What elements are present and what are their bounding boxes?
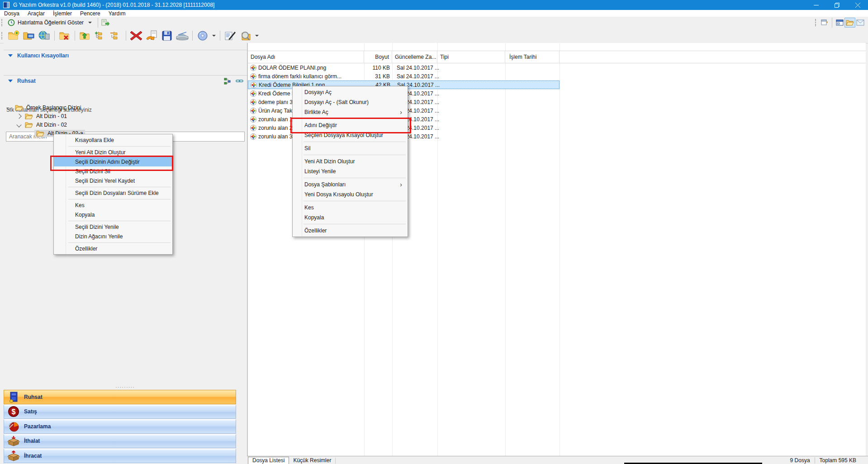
toolbar-separator (220, 31, 220, 41)
file-name: Kredi Ödeme B (258, 90, 295, 97)
menu-item-yeni-dosya-kisayolu[interactable]: Yeni Dosya Kısayolu Oluştur (293, 189, 408, 199)
disc-button[interactable] (195, 29, 210, 43)
nav-item-satis[interactable]: $ Satış (4, 405, 236, 419)
link-icon[interactable] (236, 78, 243, 84)
minimize-icon (814, 3, 819, 8)
menu-item-dizini-yenile[interactable]: Seçili Dizini Yenile (54, 222, 172, 232)
scanner-button[interactable] (175, 29, 190, 43)
minimize-button[interactable] (806, 0, 826, 10)
restore-button[interactable] (826, 0, 847, 10)
web-folder-button[interactable] (37, 29, 52, 43)
tab-thumbnails[interactable]: Küçük Resimler (289, 458, 336, 464)
column-header-updated[interactable]: Güncelleme Za... (392, 51, 437, 63)
file-updated: Sal 24.10.2017 ... (394, 73, 439, 80)
menu-item-kopyala[interactable]: Kopyala (54, 210, 172, 219)
column-header-name[interactable]: Dosya Adı (248, 51, 364, 63)
edit-document-button[interactable] (223, 29, 238, 43)
delete-button[interactable] (128, 29, 144, 43)
file-list-header: Dosya Adı Boyut Güncelleme Za... Tipi İş… (248, 51, 866, 63)
folder-computer-icon (23, 30, 35, 41)
toolbar-grip[interactable] (1, 32, 4, 39)
application-window: G Yazılım Orkestra v1.0 (build 1460) - (… (0, 0, 868, 464)
close-button[interactable] (847, 0, 868, 10)
file-row[interactable]: DOLAR ÖDEME PLANI.png 110 KB Sal 24.10.2… (248, 63, 866, 72)
column-header-type[interactable]: Tipi (437, 51, 505, 63)
shortcuts-section-header[interactable]: Kullanıcı Kısayolları (4, 50, 247, 61)
folder-view-button[interactable] (844, 18, 855, 28)
menu-yardim[interactable]: Yardım (104, 10, 130, 17)
menu-item-agaci-yenile[interactable]: Dizin Ağacını Yenile (54, 232, 172, 241)
cabinet-icon (7, 391, 20, 403)
panel-splitter-handle[interactable]: ......... (4, 383, 247, 389)
delete-x-icon (130, 30, 142, 42)
tree-item-root[interactable]: Örnek Başlangıç Dizini (7, 103, 81, 112)
restore-document-button[interactable] (144, 29, 159, 43)
add-view-button[interactable] (820, 18, 830, 27)
folder-upload-button[interactable] (77, 29, 93, 43)
menu-item-kisayollara-ekle[interactable]: Kısayollara Ekle (54, 135, 172, 145)
mail-view-button[interactable] (855, 18, 865, 27)
menu-islemler[interactable]: İşlemler (49, 10, 76, 17)
folder-delete-button[interactable] (57, 29, 72, 43)
menu-item-sil[interactable]: Sil (293, 143, 408, 153)
open-folder-icon (25, 113, 33, 119)
open-folder-icon (36, 130, 44, 137)
tree-item-alt-dizin-01[interactable]: Alt Dizin - 01 (17, 112, 67, 120)
expand-tree-button[interactable] (93, 29, 108, 43)
image-file-icon (250, 65, 256, 71)
folder-upload-icon (79, 30, 91, 41)
export-button[interactable] (100, 18, 110, 27)
menu-item-surume-ekle[interactable]: Seçili Dizin Dosyaları Sürüme Ekle (54, 188, 172, 198)
menu-item-yeni-alt-dizin[interactable]: Yeni Alt Dizin Oluştur (293, 156, 408, 166)
ruhsat-section-header[interactable]: Ruhsat (4, 75, 247, 86)
folder-computer-button[interactable] (21, 29, 37, 43)
nav-item-ihracat[interactable]: İhracat (4, 449, 236, 463)
mail-icon (856, 19, 864, 26)
card-view-button[interactable] (835, 18, 844, 27)
status-file-count: 9 Dosya (790, 457, 810, 464)
search-folder-button[interactable] (238, 29, 253, 43)
column-header-process-date[interactable]: İşlem Tarihi (505, 51, 560, 63)
new-folder-button[interactable] (6, 29, 21, 43)
tree-context-menu: Kısayollara Ekle Yeni Alt Dizin Oluştur … (53, 134, 173, 255)
menu-item-ozellikler[interactable]: Özellikler (54, 244, 172, 253)
menu-item-kopyala[interactable]: Kopyala (293, 213, 408, 223)
tree-item-alt-dizin-02[interactable]: Alt Dizin - 02 (17, 120, 67, 129)
menu-item-kes[interactable]: Kes (293, 203, 408, 213)
chevron-down-icon[interactable] (212, 35, 216, 37)
menu-item-birlikte-ac[interactable]: Birlikte Aç (293, 107, 408, 117)
menu-item-dosya-sablonlari[interactable]: Dosya Şablonları (293, 180, 408, 189)
menu-item-listeyi-yenile[interactable]: Listeyi Yenile (293, 166, 408, 176)
nav-item-ithalat[interactable]: İthalat (4, 434, 236, 449)
nav-item-ruhsat[interactable]: Ruhsat (4, 390, 236, 404)
menu-pencere[interactable]: Pencere (76, 10, 104, 17)
file-row[interactable]: firma dönem farklı kullanıcı görm... 31 … (248, 72, 866, 80)
nav-item-pazarlama[interactable]: Pazarlama (4, 419, 236, 434)
toolbar-separator (75, 31, 75, 41)
menu-item-kes[interactable]: Kes (54, 200, 172, 210)
menu-item-dosyayi-ac-salt-okunur[interactable]: Dosyayı Aç - (Salt Okunur) (293, 97, 408, 107)
menu-item-ozellikler[interactable]: Özellikler (293, 226, 408, 236)
toolbar-main (0, 28, 868, 43)
reminder-button-label: Hatırlatma Öğelerini Göster (18, 19, 84, 26)
svg-text:$: $ (12, 408, 16, 416)
save-button[interactable] (159, 29, 175, 43)
toolbar-grip[interactable] (1, 19, 4, 26)
tree-item-label: Örnek Başlangıç Dizini (26, 104, 81, 111)
tree-view-icon[interactable] (224, 78, 231, 85)
menu-item-dosyayi-ac[interactable]: Dosyayı Aç (293, 87, 408, 97)
menu-dosya[interactable]: Dosya (0, 10, 24, 17)
file-context-menu: Dosyayı Aç Dosyayı Aç - (Salt Okunur) Bi… (292, 86, 408, 237)
chevron-down-icon[interactable] (255, 35, 259, 37)
collapse-tree-button[interactable] (108, 29, 123, 43)
tab-file-list[interactable]: Dosya Listesi (248, 457, 289, 464)
toolbar-grip[interactable] (815, 19, 817, 26)
save-icon (161, 30, 172, 41)
column-header-size[interactable]: Boyut (364, 51, 392, 63)
image-file-icon (250, 125, 256, 131)
menu-item-yerel-kaydet[interactable]: Seçili Dizini Yerel Kaydet (54, 176, 172, 185)
file-size: 31 KB (364, 73, 394, 80)
menu-araclar[interactable]: Araçlar (24, 10, 49, 17)
reminder-toggle-button[interactable]: Hatırlatma Öğelerini Göster (6, 18, 95, 27)
clock-icon (8, 19, 15, 26)
